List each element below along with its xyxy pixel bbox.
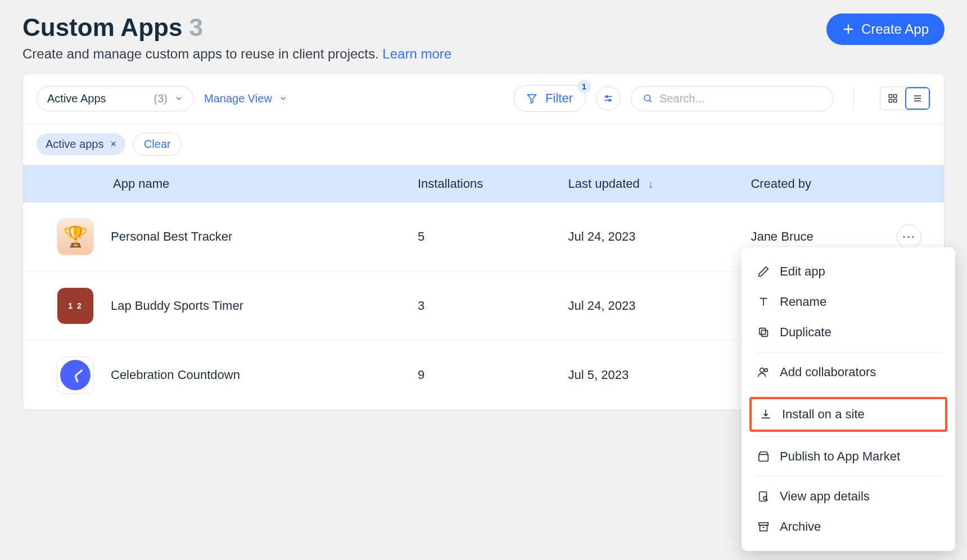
page-header: Custom Apps 3 Create and manage custom a… [22, 13, 945, 62]
svg-rect-8 [894, 94, 897, 97]
app-updated: Jul 5, 2023 [555, 341, 738, 410]
title-count: 3 [189, 13, 202, 42]
create-app-button[interactable]: Create App [826, 13, 945, 45]
list-view-button[interactable] [905, 87, 930, 110]
sliders-icon [603, 93, 614, 104]
menu-duplicate-label: Duplicate [780, 325, 832, 340]
row-actions-menu: Edit app Rename Duplicate [742, 247, 955, 551]
menu-publish[interactable]: Publish to App Market [742, 441, 955, 472]
pencil-icon [757, 265, 770, 278]
svg-rect-23 [760, 525, 767, 531]
app-icon-clock [57, 356, 94, 394]
chevron-down-icon [279, 94, 288, 103]
learn-more-link[interactable]: Learn more [382, 46, 451, 61]
app-icon-track: 1 2 [57, 287, 94, 324]
app-name: Celebration Countdown [111, 368, 240, 382]
apps-table: App name Installations Last updated ↓ Cr… [23, 165, 944, 410]
chevron-down-icon [174, 94, 183, 103]
page-search-icon [757, 490, 770, 503]
chip-close-icon[interactable]: × [110, 138, 116, 150]
col-actions [883, 165, 944, 202]
search-input[interactable] [659, 92, 821, 105]
table-row[interactable]: 🏆 Personal Best Tracker 5 Jul 24, 2023 J… [23, 202, 944, 272]
grid-icon [888, 93, 898, 103]
manage-view-link[interactable]: Manage View [204, 92, 288, 105]
view-select-count: (3) [154, 92, 168, 105]
filter-button[interactable]: Filter 1 [513, 85, 586, 112]
menu-publish-label: Publish to App Market [780, 449, 900, 464]
svg-rect-9 [889, 100, 892, 102]
menu-divider [755, 392, 942, 392]
filter-label: Filter [545, 91, 573, 106]
svg-rect-15 [760, 328, 766, 335]
app-updated: Jul 24, 2023 [555, 272, 738, 341]
app-icon-trophy: 🏆 [57, 218, 94, 255]
svg-marker-0 [528, 94, 536, 103]
col-app-name[interactable]: App name [23, 165, 404, 202]
search-icon [643, 93, 653, 104]
menu-collab-label: Add collaborators [780, 365, 876, 380]
menu-rename[interactable]: Rename [742, 287, 955, 317]
svg-rect-7 [889, 94, 892, 97]
search-field[interactable] [631, 86, 833, 111]
app-name: Personal Best Tracker [111, 229, 232, 244]
text-icon [757, 296, 770, 308]
app-name: Lap Buddy Sports Timer [111, 299, 243, 313]
copy-icon [757, 326, 770, 338]
col-last-updated[interactable]: Last updated ↓ [555, 165, 738, 202]
menu-divider [755, 352, 942, 353]
menu-divider [755, 436, 942, 437]
menu-edit-app[interactable]: Edit app [742, 256, 955, 287]
menu-duplicate[interactable]: Duplicate [742, 317, 955, 347]
svg-rect-14 [761, 330, 767, 336]
app-installations: 3 [404, 272, 555, 341]
row-actions-button[interactable]: ⋯ [897, 224, 921, 249]
sort-down-icon: ↓ [648, 178, 653, 190]
toolbar: Active Apps (3) Manage View Filter 1 [23, 74, 944, 124]
table-header-row: App name Installations Last updated ↓ Cr… [23, 165, 944, 202]
menu-install-label: Install on a site [782, 407, 865, 422]
view-select[interactable]: Active Apps (3) [37, 86, 194, 111]
svg-point-5 [644, 95, 650, 101]
menu-divider [755, 476, 942, 477]
grid-view-button[interactable] [880, 87, 905, 110]
title-text: Custom Apps [22, 13, 182, 42]
col-created-by[interactable]: Created by [737, 165, 883, 202]
svg-rect-18 [759, 454, 769, 461]
page-subtitle: Create and manage custom apps to reuse i… [22, 46, 451, 62]
clear-filters-button[interactable]: Clear [133, 133, 182, 156]
menu-details-label: View app details [780, 489, 870, 504]
menu-archive-label: Archive [780, 520, 821, 534]
app-updated: Jul 24, 2023 [555, 202, 738, 272]
col-installations[interactable]: Installations [404, 165, 555, 202]
create-app-label: Create App [861, 21, 929, 37]
toolbar-divider [853, 87, 854, 110]
filter-chips-row: Active apps × Clear [23, 124, 944, 165]
app-installations: 9 [404, 341, 555, 410]
market-icon [757, 450, 770, 463]
plus-icon [842, 23, 855, 35]
menu-archive[interactable]: Archive [742, 512, 955, 542]
apps-card: Active Apps (3) Manage View Filter 1 [22, 73, 945, 410]
svg-point-16 [760, 368, 764, 372]
filter-chip-active-apps[interactable]: Active apps × [37, 133, 125, 155]
subtitle-text: Create and manage custom apps to reuse i… [22, 46, 379, 61]
menu-install-highlight: Install on a site [749, 397, 947, 432]
menu-install-on-site[interactable]: Install on a site [758, 404, 938, 425]
svg-rect-10 [894, 100, 897, 102]
users-icon [757, 366, 770, 378]
app-installations: 5 [404, 202, 555, 272]
menu-rename-label: Rename [780, 295, 826, 309]
view-toggle [880, 87, 930, 110]
page-title: Custom Apps 3 [22, 13, 451, 42]
menu-view-details[interactable]: View app details [742, 481, 955, 512]
svg-line-6 [649, 100, 651, 102]
chip-label: Active apps [46, 138, 103, 151]
menu-edit-label: Edit app [780, 264, 825, 279]
col-updated-label: Last updated [568, 177, 640, 191]
menu-add-collaborators[interactable]: Add collaborators [742, 357, 955, 387]
download-icon [760, 408, 772, 421]
filter-icon [526, 93, 537, 104]
settings-sliders-button[interactable] [596, 86, 621, 111]
svg-point-17 [765, 369, 768, 372]
